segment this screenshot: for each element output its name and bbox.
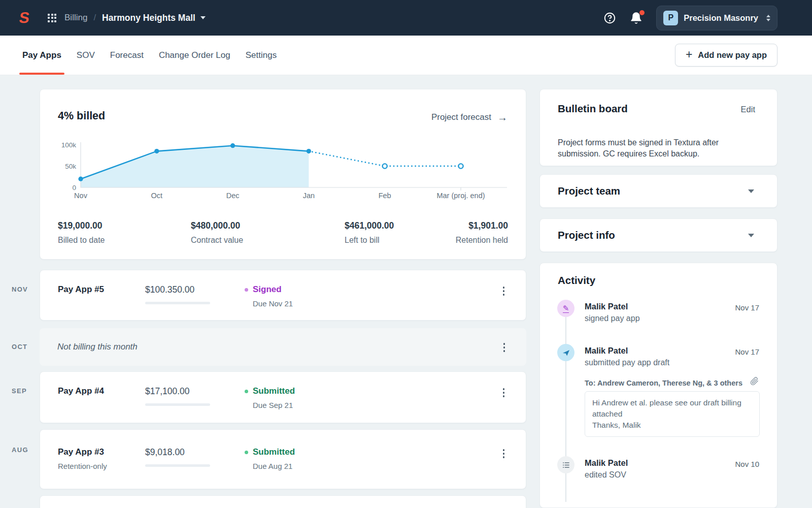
plus-icon: + <box>686 49 692 60</box>
chevron-down-icon <box>748 189 754 193</box>
project-info-title: Project info <box>558 229 615 241</box>
billing-summary-card: 4% billed Project forecast → 050k100kNov… <box>40 89 526 260</box>
activity-action: edited SOV <box>585 470 626 480</box>
select-arrows-icon <box>766 15 770 21</box>
tab-change-order-log[interactable]: Change Order Log <box>159 36 230 75</box>
activity-date: Nov 17 <box>735 303 759 312</box>
kebab-menu-icon[interactable] <box>500 385 508 400</box>
add-new-pay-app-label: Add new pay app <box>698 50 767 60</box>
arrow-right-icon: → <box>497 112 507 122</box>
stat-billed-to-date: $19,000.00 Billed to date <box>58 220 105 245</box>
stat-contract-value: $480,000.00 Contract value <box>191 220 243 245</box>
project-name: Harmony Heights Mall <box>102 13 195 23</box>
notifications-button[interactable] <box>630 12 642 24</box>
stat-value: $480,000.00 <box>191 220 243 231</box>
stat-value: $19,000.00 <box>58 220 105 231</box>
month-label-sep: SEP <box>12 387 27 395</box>
account-menu[interactable]: P Precision Masonry <box>656 6 777 30</box>
activity-date: Nov 10 <box>735 460 759 468</box>
message-box: Hi Andrew et al. please see our draft bi… <box>585 391 760 437</box>
activity-action: signed pay app <box>585 314 640 323</box>
help-icon <box>603 12 616 24</box>
svg-text:Mar (proj. end): Mar (proj. end) <box>436 192 485 200</box>
bulletin-board-title: Bulletin board <box>558 103 628 115</box>
tab-forecast[interactable]: Forecast <box>110 36 144 75</box>
pay-app-status: Signed <box>245 284 282 295</box>
breadcrumb-section[interactable]: Billing <box>64 13 87 23</box>
pay-app-due-date: Due Sep 21 <box>253 401 293 409</box>
add-new-pay-app-button[interactable]: + Add new pay app <box>675 44 777 67</box>
svg-text:Oct: Oct <box>151 192 163 200</box>
activity-user: Malik Patel <box>585 302 628 311</box>
pay-app-progress-bar <box>145 403 210 406</box>
tab-sov[interactable]: SOV <box>77 36 95 75</box>
month-label-oct: OCT <box>12 343 27 351</box>
pay-app-progress-bar <box>145 464 210 467</box>
project-info-section[interactable]: Project info <box>539 218 777 252</box>
pay-app-due-date: Due Aug 21 <box>253 462 292 470</box>
send-draft-icon <box>557 344 574 361</box>
bulletin-body-text: Project forms must be signed in Textura … <box>558 137 761 159</box>
project-forecast-label: Project forecast <box>431 112 491 122</box>
message-text: Hi Andrew et al. please see our draft bi… <box>592 397 752 420</box>
notification-badge <box>639 10 645 15</box>
pay-app-row-4[interactable]: Pay App #4 $17,100.00 Submitted Due Sep … <box>40 371 526 423</box>
pay-app-status: Submitted <box>245 447 295 457</box>
kebab-menu-icon[interactable] <box>500 340 509 355</box>
app-grid-icon[interactable] <box>48 14 56 22</box>
pay-app-amount: $17,100.00 <box>145 386 190 397</box>
pay-app-due-date: Due Nov 21 <box>253 299 293 308</box>
project-switcher[interactable]: Harmony Heights Mall <box>102 13 206 23</box>
pay-app-amount: $9,018.00 <box>145 447 185 458</box>
svg-text:0: 0 <box>72 184 76 192</box>
svg-text:Nov: Nov <box>74 192 88 200</box>
chevron-down-icon <box>748 234 754 237</box>
status-label: Submitted <box>253 386 295 396</box>
pay-app-row-partial[interactable] <box>40 495 526 508</box>
svg-text:50k: 50k <box>65 163 76 170</box>
billing-forecast-chart: 050k100kNovOctDecJanFebMar (proj. end) <box>58 136 510 203</box>
pay-app-subtitle: Retention-only <box>58 462 107 470</box>
paperclip-icon[interactable] <box>750 377 759 386</box>
activity-action: submitted pay app draft <box>585 358 669 367</box>
tab-bar: Pay Apps SOV Forecast Change Order Log S… <box>0 36 812 75</box>
tab-settings[interactable]: Settings <box>246 36 277 75</box>
breadcrumb-separator: / <box>93 13 96 23</box>
bulletin-edit-link[interactable]: Edit <box>741 105 755 114</box>
activity-user: Malik Patel <box>585 346 628 356</box>
stat-label: Left to bill <box>345 236 394 245</box>
project-forecast-link[interactable]: Project forecast → <box>431 112 507 122</box>
stat-label: Billed to date <box>58 236 105 245</box>
status-dot <box>245 288 248 292</box>
svg-text:Jan: Jan <box>303 192 315 200</box>
kebab-menu-icon[interactable] <box>500 446 508 461</box>
pay-app-progress-bar <box>145 302 210 304</box>
signature-icon: ✎ <box>557 300 574 317</box>
stat-left-to-bill: $461,000.00 Left to bill <box>345 220 394 245</box>
svg-text:Dec: Dec <box>226 192 240 200</box>
message-signoff: Thanks, Malik <box>592 420 752 431</box>
pay-app-row-5[interactable]: Pay App #5 $100.350.00 Signed Due Nov 21 <box>40 270 526 321</box>
help-button[interactable] <box>603 12 616 24</box>
status-label: Submitted <box>253 447 295 457</box>
svg-text:100k: 100k <box>61 141 77 149</box>
bulletin-board-card: Bulletin board Edit Project forms must b… <box>539 89 777 166</box>
list-icon <box>557 456 574 473</box>
tab-pay-apps[interactable]: Pay Apps <box>22 36 61 75</box>
project-team-title: Project team <box>558 185 620 197</box>
pay-app-amount: $100.350.00 <box>145 284 194 295</box>
pay-app-status: Submitted <box>245 386 295 396</box>
status-dot <box>245 451 248 454</box>
percent-billed-title: 4% billed <box>58 110 105 122</box>
app-logo[interactable]: S <box>18 9 31 26</box>
chevron-down-icon <box>200 16 206 19</box>
top-nav: S Billing / Harmony Heights Mall <box>0 0 812 36</box>
pay-app-row-3[interactable]: Pay App #3 Retention-only $9,018.00 Subm… <box>40 429 526 489</box>
pay-app-row-empty-oct: Not billing this month <box>40 328 526 366</box>
stat-value: $461,000.00 <box>345 220 394 231</box>
project-team-section[interactable]: Project team <box>539 174 777 208</box>
account-avatar: P <box>663 11 678 25</box>
recipients-line: To: Andrew Cameron, Therese Ng, & 3 othe… <box>585 379 742 387</box>
activity-card: Activity ✎ Malik Patel signed pay app No… <box>539 263 777 508</box>
kebab-menu-icon[interactable] <box>500 283 508 299</box>
